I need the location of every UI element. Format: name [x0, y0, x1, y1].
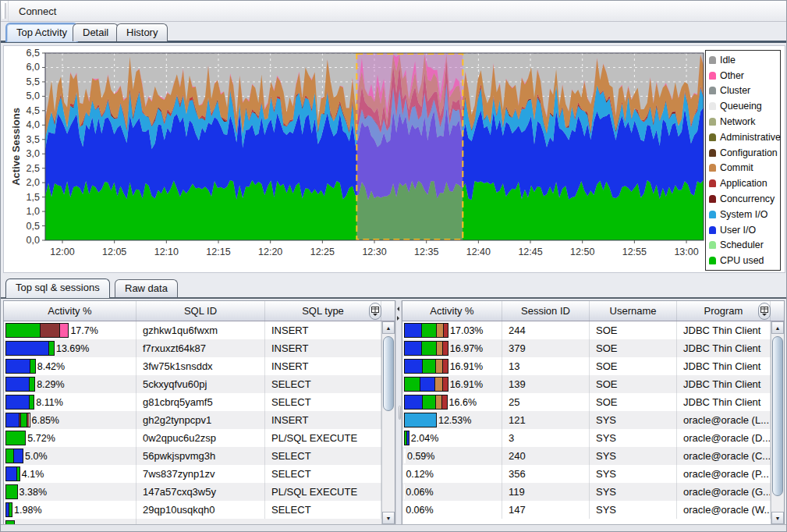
bar-segment — [405, 360, 423, 373]
col-header-username[interactable]: Username — [590, 301, 677, 321]
connect-menu[interactable]: Connect — [12, 3, 63, 20]
table-row[interactable]: 13.69%f7rxuxzt64k87INSERT — [4, 339, 381, 357]
table-row[interactable]: 16.91%13SOEJDBC Thin Client — [402, 357, 771, 375]
bar-segment — [405, 395, 423, 409]
table-row[interactable]: 16.97%379SOEJDBC Thin Client — [402, 339, 771, 357]
username-cell: SYS — [590, 429, 677, 447]
tab-raw-data[interactable]: Raw data — [115, 279, 178, 297]
active-sessions-chart[interactable]: 0,00,51,01,52,02,53,03,54,04,55,05,56,06… — [4, 46, 785, 272]
username-cell: SOE — [590, 393, 677, 411]
table-row[interactable]: 8.42%3fw75k1snsddxINSERT — [4, 357, 381, 375]
table-row[interactable]: 1.98%29qp10usqkqh0SELECT — [4, 501, 381, 519]
table-row[interactable]: 8.11%g81cbrq5yamf5SELECT — [4, 393, 381, 411]
table-row[interactable]: 16.6%25SOEJDBC Thin Client — [402, 393, 771, 411]
legend-label: User I/O — [720, 225, 756, 236]
legend-swatch-icon — [709, 257, 716, 264]
col-header-sql-type[interactable]: SQL type — [265, 301, 381, 321]
table-row[interactable]: 17.7%gzhkw1qu6fwxmINSERT — [4, 321, 381, 339]
sql-table-scrollbar[interactable]: ▲ ▼ — [381, 321, 395, 524]
col-header-activity[interactable]: Activity % — [4, 301, 136, 321]
toolbar-grip[interactable] — [2, 3, 6, 19]
splitter-grip[interactable] — [399, 406, 401, 420]
scroll-down-icon[interactable]: ▼ — [771, 512, 784, 524]
svg-text:0,5: 0,5 — [27, 221, 40, 232]
bar-segment — [49, 342, 54, 355]
username-cell: SOE — [590, 321, 677, 339]
table-row[interactable]: 2.04%3SYSoracle@oracle (D... — [402, 429, 771, 447]
tab-pane-border — [1, 297, 786, 299]
activity-cell: 0.06% — [402, 483, 502, 501]
sql-table-header: Activity % SQL ID SQL type — [4, 301, 395, 321]
activity-percent: 0.06% — [406, 505, 433, 516]
legend-label: Administrative — [720, 132, 781, 143]
main-tab-bar: Top Activity Detail History — [1, 22, 786, 43]
table-row[interactable]: 4.1%7ws837zynp1zvSELECT — [4, 465, 381, 483]
table-row[interactable]: 0.12%356SYSoracle@oracle (P... — [402, 465, 771, 483]
session-id-cell: 356 — [502, 465, 590, 483]
session-id-cell: 25 — [502, 393, 590, 411]
activity-percent: 4.1% — [22, 469, 44, 480]
bar-segment — [423, 360, 436, 373]
table-row[interactable]: 17.03%244SOEJDBC Thin Client — [402, 321, 771, 339]
bar-segment — [422, 324, 437, 337]
activity-bar — [5, 466, 20, 481]
scroll-down-icon[interactable]: ▼ — [382, 512, 395, 524]
sql-table-body: 17.7%gzhkw1qu6fwxmINSERT13.69%f7rxuxzt64… — [4, 321, 381, 524]
program-cell: JDBC Thin Client — [677, 393, 771, 411]
activity-percent: 17.7% — [70, 325, 97, 336]
activity-percent: 1.98% — [14, 505, 41, 516]
tab-detail[interactable]: Detail — [73, 23, 119, 41]
table-row[interactable]: 16.91%139SOEJDBC Thin Client — [402, 375, 771, 393]
collapse-left-icon[interactable] — [397, 307, 399, 311]
col-header-program[interactable]: Program — [677, 301, 771, 321]
activity-cell: 8.29% — [4, 375, 136, 393]
column-control-button[interactable] — [369, 303, 381, 320]
table-row[interactable]: 6.85%gh2g2tynpcpv1INSERT — [4, 411, 381, 429]
activity-bar — [5, 395, 34, 410]
bar-segment — [436, 360, 443, 373]
bar-segment — [21, 413, 28, 427]
activity-cell: 5.72% — [4, 429, 136, 447]
activity-percent: 2.04% — [411, 433, 438, 444]
tab-history[interactable]: History — [116, 23, 168, 41]
table-row[interactable]: 8.29%5ckxyqfvu60pjSELECT — [4, 375, 381, 393]
sessions-table-scrollbar[interactable]: ▲ ▼ — [771, 321, 784, 524]
bar-segment — [30, 360, 35, 373]
table-row[interactable]: 5.72%0w2qpuc6u2zspPL/SQL EXECUTE — [4, 429, 381, 447]
table-row[interactable]: 0.59%240SYSoracle@oracle (C... — [402, 447, 771, 465]
table-split-divider[interactable] — [395, 300, 402, 525]
program-cell: oracle@oracle (P... — [677, 465, 771, 483]
collapse-right-icon[interactable] — [397, 316, 399, 321]
sql-id-cell: 5ckxyqfvu60pj — [136, 375, 265, 393]
table-row[interactable]: 3.38%147a57cxq3w5yPL/SQL EXECUTE — [4, 483, 381, 501]
table-row[interactable]: 0.06%119SYSoracle@oracle (G... — [402, 483, 771, 501]
username-cell: SOE — [590, 339, 677, 357]
scrollbar-thumb[interactable] — [772, 336, 783, 496]
sql-id-cell: f7rxuxzt64k87 — [136, 339, 265, 357]
column-control-button[interactable] — [758, 303, 771, 320]
legend-label: Scheduler — [720, 239, 764, 250]
svg-text:12:05: 12:05 — [102, 246, 126, 257]
svg-text:3,0: 3,0 — [27, 148, 40, 159]
svg-text:12:15: 12:15 — [206, 246, 230, 257]
col-header-session-id[interactable]: Session ID — [502, 301, 590, 321]
col-header-activity[interactable]: Activity % — [402, 301, 502, 321]
sql-type-cell: SELECT — [265, 465, 381, 483]
bar-segment — [443, 360, 447, 373]
table-row[interactable]: 5.0%56pwkjspvmg3hSELECT — [4, 447, 381, 465]
username-cell: SYS — [590, 411, 677, 429]
activity-percent: 8.42% — [37, 361, 65, 372]
scrollbar-thumb[interactable] — [383, 336, 394, 411]
table-row-partial[interactable] — [4, 519, 381, 524]
scroll-up-icon[interactable]: ▲ — [382, 321, 395, 334]
menu-bar: Connect — [1, 1, 786, 22]
table-row[interactable]: 12.53%121SYSoracle@oracle (L... — [402, 411, 771, 429]
svg-text:12:50: 12:50 — [570, 246, 594, 257]
legend-label: Queueing — [720, 101, 762, 112]
sql-type-cell: PL/SQL EXECUTE — [265, 483, 381, 501]
table-row[interactable]: 0.06%147SYSoracle@oracle (W... — [402, 501, 771, 519]
col-header-sql-id[interactable]: SQL ID — [136, 301, 265, 321]
scroll-up-icon[interactable]: ▲ — [771, 321, 784, 334]
tab-top-sql-sessions[interactable]: Top sql & sessions — [5, 278, 110, 298]
tab-top-activity[interactable]: Top Activity — [5, 23, 78, 42]
